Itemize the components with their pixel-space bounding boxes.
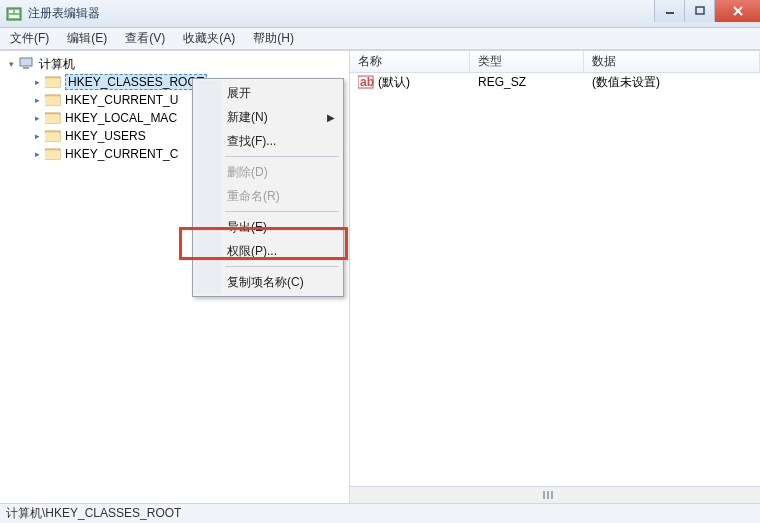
svg-rect-3 <box>9 15 19 18</box>
horizontal-scrollbar[interactable] <box>350 486 760 503</box>
tree-root-label: 计算机 <box>39 56 75 73</box>
svg-rect-8 <box>20 58 32 66</box>
menu-item-rename: 重命名(R) <box>195 184 341 208</box>
value-row[interactable]: ab (默认) REG_SZ (数值未设置) <box>350 73 760 91</box>
string-value-icon: ab <box>358 75 374 89</box>
svg-rect-11 <box>45 79 60 87</box>
folder-icon <box>45 147 61 161</box>
menu-item-expand[interactable]: 展开 <box>195 81 341 105</box>
close-button[interactable] <box>714 0 760 22</box>
menu-item-copy-key-name[interactable]: 复制项名称(C) <box>195 270 341 294</box>
svg-rect-19 <box>45 151 60 159</box>
regedit-icon <box>6 6 22 22</box>
menu-separator <box>225 266 339 267</box>
svg-rect-13 <box>45 97 60 105</box>
value-data: (数值未设置) <box>592 74 660 91</box>
menu-item-find[interactable]: 查找(F)... <box>195 129 341 153</box>
scroll-grip-icon <box>543 491 567 499</box>
tree-item-label: HKEY_CURRENT_U <box>65 93 178 107</box>
value-type: REG_SZ <box>478 75 526 89</box>
computer-icon <box>19 57 35 71</box>
menu-help[interactable]: 帮助(H) <box>249 28 298 49</box>
window-controls <box>654 0 760 22</box>
folder-icon <box>45 75 61 89</box>
folder-icon <box>45 93 61 107</box>
folder-icon <box>45 111 61 125</box>
menu-item-new[interactable]: 新建(N)▶ <box>195 105 341 129</box>
value-name: (默认) <box>378 74 410 91</box>
list-header: 名称 类型 数据 <box>350 51 760 73</box>
tree-item-label: HKEY_CLASSES_ROOT <box>65 74 207 90</box>
menu-separator <box>225 211 339 212</box>
expand-icon[interactable]: ▸ <box>32 113 43 124</box>
status-path: 计算机\HKEY_CLASSES_ROOT <box>6 505 181 522</box>
tree-root[interactable]: ▾ 计算机 <box>4 55 349 73</box>
maximize-button[interactable] <box>684 0 714 22</box>
col-header-name[interactable]: 名称 <box>350 51 470 72</box>
title-bar: 注册表编辑器 <box>0 0 760 28</box>
folder-icon <box>45 129 61 143</box>
expand-icon[interactable]: ▸ <box>32 131 43 142</box>
tree-item-label: HKEY_USERS <box>65 129 146 143</box>
menu-item-export[interactable]: 导出(E) <box>195 215 341 239</box>
menu-favorites[interactable]: 收藏夹(A) <box>179 28 239 49</box>
svg-rect-15 <box>45 115 60 123</box>
list-body: ab (默认) REG_SZ (数值未设置) <box>350 73 760 486</box>
expand-icon[interactable]: ▸ <box>32 95 43 106</box>
svg-rect-2 <box>15 10 19 13</box>
menu-edit[interactable]: 编辑(E) <box>63 28 111 49</box>
col-header-type[interactable]: 类型 <box>470 51 584 72</box>
expand-icon[interactable]: ▸ <box>32 77 43 88</box>
menu-item-permissions[interactable]: 权限(P)... <box>195 239 341 263</box>
menu-item-delete: 删除(D) <box>195 160 341 184</box>
svg-rect-1 <box>9 10 13 13</box>
svg-rect-17 <box>45 133 60 141</box>
svg-rect-9 <box>23 67 29 69</box>
submenu-arrow-icon: ▶ <box>327 112 335 123</box>
menu-separator <box>225 156 339 157</box>
svg-rect-0 <box>7 8 21 20</box>
tree-item-label: HKEY_LOCAL_MAC <box>65 111 177 125</box>
window-title: 注册表编辑器 <box>28 5 100 22</box>
values-pane: 名称 类型 数据 ab (默认) REG_SZ (数值未设置) <box>350 51 760 503</box>
status-bar: 计算机\HKEY_CLASSES_ROOT <box>0 503 760 523</box>
tree-item-label: HKEY_CURRENT_C <box>65 147 178 161</box>
collapse-icon[interactable]: ▾ <box>6 59 17 70</box>
menu-bar: 文件(F) 编辑(E) 查看(V) 收藏夹(A) 帮助(H) <box>0 28 760 50</box>
minimize-button[interactable] <box>654 0 684 22</box>
content-area: ▾ 计算机 ▸ HKEY_CLASSES_ROOT ▸ HKEY_CURRENT… <box>0 50 760 503</box>
col-header-data[interactable]: 数据 <box>584 51 760 72</box>
menu-view[interactable]: 查看(V) <box>121 28 169 49</box>
context-menu: 展开 新建(N)▶ 查找(F)... 删除(D) 重命名(R) 导出(E) 权限… <box>192 78 344 297</box>
expand-icon[interactable]: ▸ <box>32 149 43 160</box>
menu-file[interactable]: 文件(F) <box>6 28 53 49</box>
svg-text:ab: ab <box>360 75 374 89</box>
svg-rect-5 <box>696 7 704 14</box>
